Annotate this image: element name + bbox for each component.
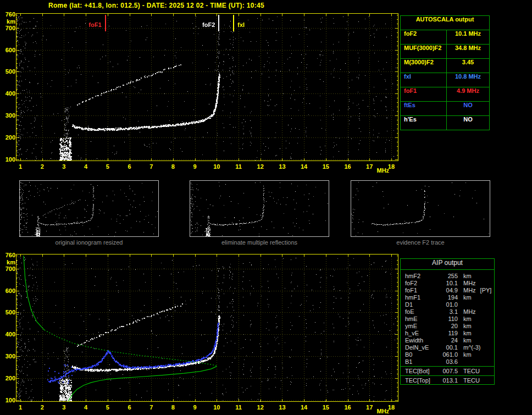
aip-row-foF1: foF104.9MHz[PY] <box>401 287 494 294</box>
y-tick-label: 100 <box>1 156 15 163</box>
aip-param: h_vE <box>405 330 438 337</box>
aip-unit: km <box>463 337 472 344</box>
x-tick-label: 17 <box>366 163 373 170</box>
autoscala-value: NO <box>447 102 489 115</box>
x-tick-label: 10 <box>213 163 220 170</box>
aip-row-hmF2: hmF2255km <box>401 273 494 280</box>
aip-extra: [PY] <box>480 287 492 294</box>
autoscala-table-title: AUTOSCALA output <box>401 16 489 30</box>
x-tick-label: 17 <box>366 404 373 411</box>
aip-value: 194 <box>438 294 458 301</box>
autoscala-param: MUF(3000)F2 <box>401 45 447 58</box>
aip-param: TEC[Top] <box>405 376 438 384</box>
autoscala-row-fxI: fxI10.8 MHz <box>401 73 489 87</box>
x-tick-label: 6 <box>128 163 131 170</box>
autoscala-row-ftEs: ftEsNO <box>401 101 489 115</box>
aip-value: 061.0 <box>438 351 458 358</box>
y-tick-label: 200 <box>1 134 15 141</box>
aip-unit: km <box>463 351 472 358</box>
aip-table-rows: hmF2255kmfoF210.1MHzfoF104.9MHz[PY]hmF11… <box>401 270 494 384</box>
autoscala-value: 34.8 MHz <box>447 45 489 58</box>
aip-row-TEC[Top]: TEC[Top]013.1TECU <box>401 375 494 384</box>
x-tick-label: 10 <box>213 404 220 411</box>
x-tick-label: 3 <box>62 163 65 170</box>
aip-value: 255 <box>438 273 458 280</box>
thumbnail-canvas-no-multiples <box>190 181 329 236</box>
marker-label-foF1: foF1 <box>89 21 102 28</box>
aip-unit: MHz <box>463 308 476 316</box>
aip-unit: TECU <box>463 376 480 384</box>
aip-value: 110 <box>438 316 458 323</box>
autoscala-value: 4.9 MHz <box>447 87 489 101</box>
y-axis-max-label: 760 <box>1 252 15 258</box>
x-tick-label: 2 <box>41 404 44 411</box>
x-tick-label: 14 <box>301 163 307 170</box>
aip-unit: km <box>463 316 472 323</box>
ionogram-canvas-top <box>16 14 398 161</box>
aip-value: 03.6 <box>438 358 458 366</box>
aip-value: 013.1 <box>438 376 458 384</box>
aip-row-TEC[Bot]: TEC[Bot]007.5TECU <box>401 366 494 375</box>
x-tick-label: 12 <box>257 163 264 170</box>
aip-param: Ewidth <box>405 337 438 344</box>
aip-value: 04.9 <box>438 287 458 294</box>
aip-param: foF1 <box>405 287 438 294</box>
aip-unit: MHz <box>463 280 476 287</box>
x-tick-label: 13 <box>279 163 285 170</box>
aip-row-ymE: ymE20km <box>401 323 494 330</box>
aip-unit: MHz <box>463 287 476 294</box>
aip-param: foF2 <box>405 280 438 287</box>
aip-row-h_vE: h_vE119km <box>401 330 494 337</box>
aip-unit: km <box>463 294 472 301</box>
thumbnail-caption-f2-trace: evidence F2 trace <box>351 239 490 246</box>
aip-param: B1 <box>405 358 438 366</box>
y-tick-label: 400 <box>1 90 15 97</box>
x-tick-label: 9 <box>193 404 197 411</box>
y-tick-label: 300 <box>1 353 15 359</box>
x-tick-label: 5 <box>106 163 109 170</box>
thumbnail-caption-no-multiples: eliminate multiple reflections <box>190 239 329 246</box>
aip-row-B1: B103.6 <box>401 358 494 366</box>
aip-param: ymE <box>405 323 438 330</box>
x-tick-label: 9 <box>193 163 197 170</box>
autoscala-row-MUF(3000)F2: MUF(3000)F234.8 MHz <box>401 44 489 58</box>
x-tick-label: 11 <box>235 404 242 411</box>
x-tick-label: 11 <box>235 163 242 170</box>
thumbnail-canvas-f2-trace <box>351 181 490 236</box>
y-tick-label: 200 <box>1 375 15 381</box>
aip-param: hmF2 <box>405 273 438 280</box>
x-tick-label: 4 <box>84 404 87 411</box>
autoscala-param: foF2 <box>401 30 447 44</box>
marker-label-foF2: foF2 <box>202 21 215 28</box>
aip-param: D1 <box>405 301 438 308</box>
x-tick-label: 3 <box>62 404 65 411</box>
thumbnail-f2-trace: evidence F2 trace <box>351 180 490 246</box>
profile-plot-bottom <box>16 254 398 402</box>
y-tick-label: 600 <box>1 47 15 53</box>
aip-value: 119 <box>438 330 458 337</box>
x-tick-label: 1 <box>19 163 22 170</box>
aip-param: foE <box>405 308 438 316</box>
x-tick-label: 4 <box>84 163 87 170</box>
x-tick-label: 15 <box>323 163 329 170</box>
aip-unit: km <box>463 273 472 280</box>
ionogram-plot-top <box>16 13 398 161</box>
thumbnail-original-ionogram: original ionogram resized <box>19 180 159 246</box>
autoscala-output-table: AUTOSCALA output foF210.1 MHzMUF(3000)F2… <box>400 15 490 130</box>
y-tick-label: 100 <box>1 397 15 403</box>
aip-unit: km <box>463 330 472 337</box>
autoscala-value: 10.8 MHz <box>447 73 489 87</box>
y-tick-label: 500 <box>1 309 15 316</box>
aip-param: B0 <box>405 351 438 358</box>
autoscala-value: NO <box>447 116 489 130</box>
x-axis-unit: MHz <box>377 408 390 414</box>
aip-param: TEC[Bot] <box>405 367 438 375</box>
aip-value: 20 <box>438 323 458 330</box>
autoscala-row-h'Es: h'EsNO <box>401 115 489 130</box>
aip-value: 007.5 <box>438 367 458 375</box>
autoscala-value: 3.45 <box>447 59 489 73</box>
aip-value: 10.1 <box>438 280 458 287</box>
x-tick-label: 13 <box>279 404 285 411</box>
aip-unit: m^(-3) <box>463 344 480 351</box>
autoscala-row-M(3000)F2: M(3000)F23.45 <box>401 58 489 73</box>
